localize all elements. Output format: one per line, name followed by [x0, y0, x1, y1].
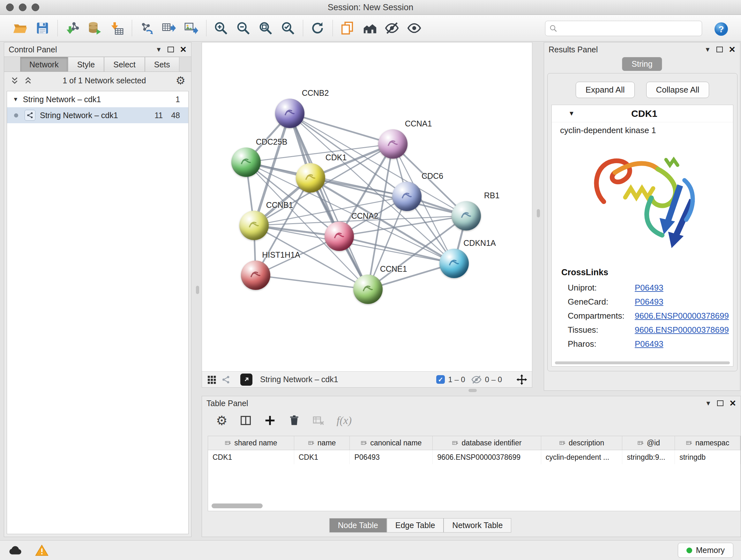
open-session-button[interactable] — [11, 19, 29, 37]
node-CCNA1[interactable] — [378, 129, 408, 159]
table-cell[interactable]: stringdb:9... — [622, 450, 675, 464]
houses-button[interactable] — [360, 19, 379, 37]
column-header-database-identifier[interactable]: database identifier — [433, 436, 541, 450]
table-cell[interactable]: CDK1 — [294, 450, 350, 464]
column-header-description[interactable]: description — [541, 436, 623, 450]
float-panel-icon[interactable] — [717, 47, 723, 52]
zoom-in-button[interactable] — [212, 19, 230, 37]
panel-menu-icon[interactable]: ▼ — [705, 400, 711, 407]
node-CDK1[interactable] — [296, 163, 325, 192]
splitter-handle[interactable] — [196, 286, 199, 294]
create-column-button[interactable] — [264, 415, 276, 427]
node-CCNE1[interactable] — [353, 274, 383, 304]
tab-node-table[interactable]: Node Table — [329, 518, 387, 533]
crosslink-link[interactable]: P06493 — [635, 283, 664, 293]
node-CCNB1[interactable] — [239, 211, 269, 240]
collection-disclosure-icon[interactable]: ▼ — [13, 96, 18, 103]
table-settings-gear-icon[interactable]: ⚙ — [216, 415, 227, 426]
tab-network[interactable]: Network — [20, 57, 68, 71]
table-hscrollbar[interactable] — [212, 503, 263, 508]
panel-menu-icon[interactable]: ▼ — [155, 46, 162, 53]
warnings-button[interactable] — [35, 544, 49, 557]
eye-hidden-button[interactable] — [383, 19, 401, 37]
tab-string[interactable]: String — [622, 57, 662, 71]
column-header-namespac[interactable]: namespac — [675, 436, 740, 450]
table-cell[interactable]: 9606.ENSP00000378699 — [433, 450, 541, 464]
node-CCNB2[interactable] — [275, 99, 305, 128]
table-cell[interactable]: P06493 — [350, 450, 433, 464]
pan-move-icon[interactable] — [516, 374, 528, 385]
node-CDC6[interactable] — [392, 182, 421, 211]
column-header--id[interactable]: @id — [622, 436, 675, 450]
crosslink-link[interactable]: 9606.ENSP00000378699 — [635, 325, 729, 335]
tab-select[interactable]: Select — [104, 57, 145, 71]
crosslink-link[interactable]: 9606.ENSP00000378699 — [635, 311, 729, 321]
crosslink-link[interactable]: P06493 — [635, 339, 664, 349]
table-cell[interactable]: CDK1 — [208, 450, 294, 464]
expand-all-icon[interactable] — [23, 76, 33, 85]
node-RB1[interactable] — [452, 201, 481, 231]
import-network-database-button[interactable] — [85, 19, 104, 37]
tab-sets[interactable]: Sets — [145, 57, 179, 71]
expand-all-button[interactable]: Expand All — [576, 82, 635, 98]
search-input[interactable] — [561, 22, 702, 35]
show-columns-button[interactable] — [240, 415, 252, 427]
import-network-file-button[interactable] — [63, 19, 81, 37]
node-CDKN1A[interactable] — [440, 249, 469, 278]
cloud-button[interactable] — [8, 543, 22, 558]
column-header-canonical-name[interactable]: canonical name — [350, 436, 433, 450]
help-button[interactable]: ? — [714, 21, 729, 37]
edge-CCNB2-CCNA1[interactable] — [290, 113, 393, 144]
tab-edge-table[interactable]: Edge Table — [387, 518, 444, 533]
gear-icon[interactable]: ⚙ — [176, 75, 185, 86]
float-panel-icon[interactable] — [717, 400, 724, 406]
zoom-fit-button[interactable] — [256, 19, 275, 37]
column-header-shared-name[interactable]: shared name — [208, 436, 294, 450]
column-header-name[interactable]: name — [294, 436, 350, 450]
export-image-button[interactable] — [182, 19, 200, 37]
table-cell[interactable]: stringdb — [675, 450, 740, 464]
network-row[interactable]: String Network – cdk1 11 48 — [7, 107, 188, 123]
network-from-selection-button[interactable] — [137, 19, 156, 37]
tab-network-table[interactable]: Network Table — [444, 518, 511, 533]
tab-style[interactable]: Style — [68, 57, 105, 71]
open-in-new-window-button[interactable] — [240, 374, 253, 386]
birds-eye-view-button[interactable] — [206, 374, 217, 385]
edge-CCNB2-CCNE1[interactable] — [290, 113, 368, 289]
clear-table-button[interactable] — [313, 415, 325, 427]
close-panel-icon[interactable]: ✕ — [729, 400, 736, 407]
selected-checkbox[interactable]: ✓ — [436, 375, 445, 384]
collapse-all-button[interactable]: Collapse All — [646, 82, 710, 98]
float-panel-icon[interactable] — [167, 47, 174, 52]
gene-disclosure-icon[interactable]: ▼ — [568, 110, 575, 117]
close-panel-icon[interactable]: ✕ — [729, 46, 736, 53]
import-table-file-button[interactable] — [108, 19, 126, 37]
crosslink-link[interactable]: P06493 — [635, 297, 664, 307]
network-canvas[interactable]: CCNB2CCNA1CDC25BCDK1CDC6RB1CCNB1CCNA2CDK… — [202, 43, 532, 371]
zoom-out-button[interactable] — [234, 19, 253, 37]
close-panel-icon[interactable]: ✕ — [180, 46, 187, 53]
results-scrollbar[interactable] — [555, 361, 730, 364]
node-CDC25B[interactable] — [231, 147, 261, 177]
splitter-handle[interactable] — [537, 209, 540, 217]
apply-layout-button[interactable] — [308, 19, 327, 37]
edge-CCNA2-CDKN1A[interactable] — [339, 236, 454, 263]
table-cell[interactable]: cyclin-dependent ... — [541, 450, 623, 464]
panel-menu-icon[interactable]: ▼ — [704, 46, 711, 53]
node-HIST1H1A[interactable] — [241, 260, 270, 290]
network-collection-row[interactable]: ▼ String Network – cdk1 1 — [7, 91, 188, 107]
network-share-button[interactable] — [221, 375, 231, 384]
memory-button[interactable]: Memory — [678, 543, 733, 558]
function-builder-button[interactable]: f(x) — [337, 415, 352, 427]
eye-visible-button[interactable] — [405, 19, 423, 37]
node-CCNA2[interactable] — [325, 222, 354, 251]
splitter-handle[interactable] — [468, 389, 477, 392]
edge-HIST1H1A-CCNE1[interactable] — [256, 275, 368, 289]
table-row[interactable]: CDK1CDK1P064939606.ENSP00000378699cyclin… — [208, 450, 740, 464]
zoom-selected-button[interactable] — [279, 19, 297, 37]
copy-document-button[interactable] — [338, 19, 356, 37]
collapse-all-icon[interactable] — [10, 76, 19, 85]
export-table-button[interactable] — [159, 19, 178, 37]
delete-column-button[interactable] — [288, 415, 300, 427]
save-session-button[interactable] — [33, 19, 52, 37]
